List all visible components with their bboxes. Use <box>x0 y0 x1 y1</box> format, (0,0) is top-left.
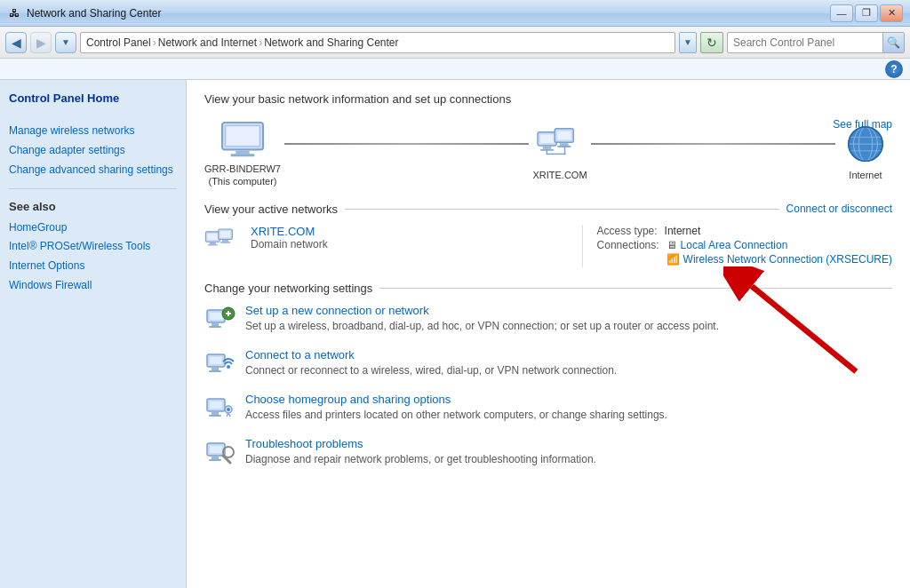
breadcrumb-current: Network and Sharing Center <box>264 36 398 49</box>
svg-rect-5 <box>540 135 554 144</box>
sidebar-manage-wireless[interactable]: Manage wireless networks <box>9 123 177 139</box>
sidebar-change-sharing[interactable]: Change advanced sharing settings <box>9 163 177 178</box>
svg-rect-31 <box>210 313 222 320</box>
svg-rect-14 <box>547 154 566 155</box>
setup-connection-desc: Set up a wireless, broadband, dial-up, a… <box>245 320 719 332</box>
sidebar-windows-firewall[interactable]: Windows Firewall <box>9 278 177 293</box>
refresh-button[interactable]: ↻ <box>700 32 723 53</box>
svg-rect-39 <box>212 368 219 370</box>
svg-rect-32 <box>212 323 219 326</box>
computer-label: GRR-BINDERW7(This computer) <box>204 163 281 188</box>
troubleshoot-icon <box>204 437 236 469</box>
svg-rect-38 <box>210 357 222 364</box>
search-button[interactable]: 🔍 <box>882 33 904 52</box>
breadcrumb-network-internet[interactable]: Network and Internet <box>158 36 257 49</box>
svg-rect-1 <box>226 126 259 147</box>
svg-rect-44 <box>212 412 219 415</box>
settings-item-homegroup: Choose homegroup and sharing options Acc… <box>204 393 892 425</box>
active-networks-heading: View your active networks <box>204 203 338 216</box>
network-item-domain: XRITE.COM <box>532 124 587 181</box>
wired-icon: 🖥 <box>667 239 677 251</box>
network-item-internet: Internet <box>839 124 892 181</box>
search-box: 🔍 <box>727 32 905 53</box>
svg-rect-13 <box>564 146 565 155</box>
svg-rect-24 <box>210 242 216 244</box>
sidebar-intel-proset[interactable]: Intel® PROSet/Wireless Tools <box>9 239 177 254</box>
svg-rect-9 <box>557 131 571 140</box>
title-bar: 🖧 Network and Sharing Center — ❐ ✕ <box>0 0 910 27</box>
network-line-2 <box>591 143 835 145</box>
app-icon: 🖧 <box>7 6 21 20</box>
svg-rect-6 <box>543 147 552 149</box>
minimize-button[interactable]: — <box>830 4 853 22</box>
connect-network-desc: Connect or reconnect to a wireless, wire… <box>245 364 617 377</box>
svg-rect-3 <box>231 154 255 156</box>
domain-icon <box>533 124 587 169</box>
back-button[interactable]: ◀ <box>5 32 27 53</box>
troubleshoot-desc: Diagnose and repair network problems, or… <box>245 453 596 465</box>
restore-button[interactable]: ❐ <box>855 4 878 22</box>
svg-rect-51 <box>209 459 221 461</box>
sidebar-divider <box>9 188 177 189</box>
setup-connection-link[interactable]: Set up a new connection or network <box>245 304 892 317</box>
wireless-connection-link[interactable]: 📶 Wireless Network Connection (XRSECURE) <box>667 253 892 266</box>
svg-point-41 <box>227 365 230 369</box>
svg-point-47 <box>227 408 230 411</box>
sidebar-home-link[interactable]: Control Panel Home <box>9 91 177 107</box>
domain-label: XRITE.COM <box>532 169 587 181</box>
active-network-info: XRITE.COM Domain network <box>251 225 564 250</box>
address-dropdown-button[interactable]: ▼ <box>679 32 697 53</box>
network-map: GRR-BINDERW7(This computer) <box>204 118 892 188</box>
help-bar: ? <box>0 59 910 80</box>
svg-rect-10 <box>560 143 569 146</box>
svg-rect-27 <box>220 231 230 237</box>
homegroup-link[interactable]: Choose homegroup and sharing options <box>245 393 892 406</box>
active-networks-divider: View your active networks Connect or dis… <box>204 203 892 216</box>
window-title: Network and Sharing Center <box>27 7 830 20</box>
connections-row: Connections: 🖥 Local Area Connection 📶 W… <box>597 239 892 266</box>
connect-network-icon <box>204 348 236 380</box>
local-area-connection-link[interactable]: 🖥 Local Area Connection <box>667 239 892 251</box>
recent-pages-button[interactable]: ▼ <box>55 32 76 53</box>
connect-disconnect-link[interactable]: Connect or disconnect <box>786 203 892 215</box>
access-type-label: Access type: <box>597 225 658 237</box>
active-network-details: Access type: Internet Connections: 🖥 Loc… <box>582 225 892 267</box>
see-full-map-link[interactable]: See full map <box>833 118 892 131</box>
active-network-name[interactable]: XRITE.COM <box>251 225 315 238</box>
change-settings-heading: Change your networking settings <box>204 282 372 295</box>
svg-rect-29 <box>220 242 230 242</box>
network-info-header: View your basic network information and … <box>204 92 892 106</box>
globe-icon <box>839 124 892 169</box>
svg-rect-23 <box>208 234 218 240</box>
content-area: View your basic network information and … <box>187 80 910 588</box>
settings-item-setup: Set up a new connection or network Set u… <box>204 304 892 336</box>
sidebar-homegroup[interactable]: HomeGroup <box>9 220 177 235</box>
sidebar-internet-options[interactable]: Internet Options <box>9 258 177 274</box>
connections-label: Connections: <box>597 239 659 266</box>
svg-rect-25 <box>208 244 218 245</box>
svg-rect-45 <box>209 415 221 417</box>
breadcrumb: Control Panel › Network and Internet › N… <box>80 32 675 53</box>
settings-item-connect: Connect to a network Connect or reconnec… <box>204 348 892 380</box>
forward-button[interactable]: ▶ <box>30 32 52 53</box>
address-bar: ◀ ▶ ▼ Control Panel › Network and Intern… <box>0 27 910 59</box>
homegroup-desc: Access files and printers located on oth… <box>245 409 667 421</box>
connect-network-link[interactable]: Connect to a network <box>245 348 892 362</box>
breadcrumb-control-panel[interactable]: Control Panel <box>86 36 151 49</box>
sidebar-change-adapter[interactable]: Change adapter settings <box>9 143 177 158</box>
setup-connection-icon <box>204 304 236 336</box>
help-icon[interactable]: ? <box>885 60 903 78</box>
sidebar: Control Panel Home Manage wireless netwo… <box>0 80 187 588</box>
active-network-icon <box>204 226 240 266</box>
search-input[interactable] <box>728 36 882 49</box>
svg-rect-33 <box>209 326 221 328</box>
svg-rect-11 <box>557 146 571 147</box>
internet-label: Internet <box>849 169 882 181</box>
svg-rect-28 <box>222 240 228 242</box>
troubleshoot-link[interactable]: Troubleshoot problems <box>245 437 892 450</box>
close-button[interactable]: ✕ <box>880 4 903 22</box>
connections-list: 🖥 Local Area Connection 📶 Wireless Netwo… <box>667 239 892 266</box>
access-type-value: Internet <box>665 225 701 237</box>
settings-items: Set up a new connection or network Set u… <box>204 304 892 469</box>
svg-rect-49 <box>210 446 222 453</box>
